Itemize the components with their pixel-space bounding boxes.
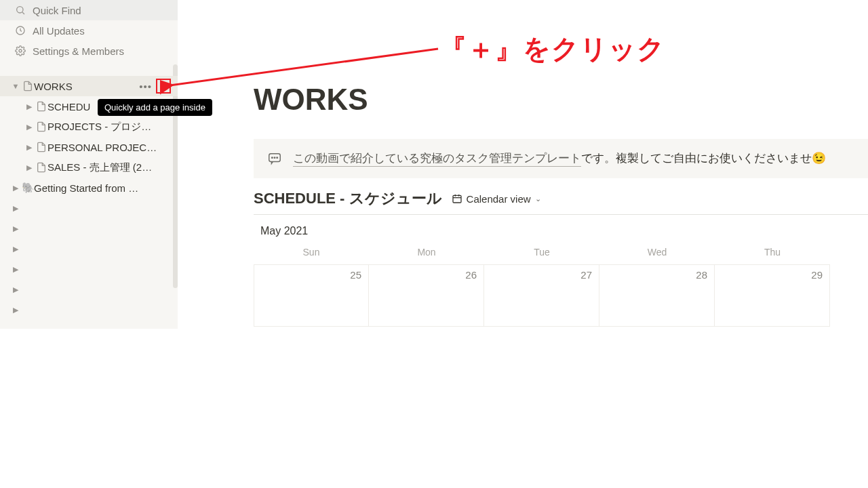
sidebar-top-links: Quick Find All Updates Settings & Member… [0, 0, 178, 61]
sidebar-item-personal-projects[interactable]: ▶ PERSONAL PROJEC… [0, 137, 178, 157]
weekday-thu: Thu [715, 247, 830, 258]
speech-icon [267, 151, 282, 166]
svg-point-0 [17, 7, 23, 13]
weekday-tue: Tue [484, 247, 599, 258]
calendar-icon [452, 193, 462, 204]
add-page-tooltip: Quickly add a page inside [98, 99, 212, 116]
view-switcher[interactable]: Calendar view ⌄ [452, 193, 541, 205]
calendar-date: 29 [811, 269, 823, 281]
calendar-date: 25 [350, 269, 361, 281]
weekday-wed: Wed [599, 247, 715, 258]
annotation-text: 『＋』をクリック [439, 30, 665, 68]
svg-line-1 [22, 12, 24, 14]
caret-down-icon[interactable]: ▼ [9, 82, 22, 90]
database-header: SCHEDULE - スケジュール Calendar view ⌄ [254, 188, 868, 215]
sidebar-item-sales[interactable]: ▶ SALES - 売上管理 (2… [0, 157, 178, 178]
callout-text: この動画で紹介している究極のタスク管理テンプレートです。複製してご自由にお使いく… [293, 150, 826, 167]
sidebar-item-works[interactable]: ▼ WORKS ••• + [0, 76, 178, 96]
all-updates[interactable]: All Updates [0, 20, 178, 41]
view-label: Calendar view [467, 193, 531, 205]
svg-rect-8 [453, 195, 461, 203]
sidebar-item-empty[interactable]: ▶. [0, 300, 178, 320]
add-page-button[interactable]: + [156, 79, 171, 94]
weekday-mon: Mon [369, 247, 484, 258]
calendar: May 2021 Sun Mon Tue Wed Thu 25 26 27 28… [254, 218, 868, 327]
calendar-body: 25 26 27 28 29 [254, 264, 868, 327]
page-icon [35, 121, 47, 132]
calendar-date: 28 [696, 269, 707, 281]
page-icon [35, 142, 47, 152]
database-title[interactable]: SCHEDULE - スケジュール [254, 188, 442, 209]
weekday-sun: Sun [254, 247, 369, 258]
caret-right-icon[interactable]: ▶ [9, 306, 22, 314]
caret-right-icon[interactable]: ▶ [9, 245, 22, 253]
search-icon [15, 5, 26, 16]
wink-emoji-icon: 😉 [812, 152, 826, 165]
caret-right-icon[interactable]: ▶ [9, 204, 22, 213]
caret-right-icon[interactable]: ▶ [9, 224, 22, 233]
caret-right-icon[interactable]: ▶ [23, 123, 35, 131]
sidebar-item-projects[interactable]: ▶ PROJECTS - プロジ… [0, 117, 178, 137]
chevron-down-icon: ⌄ [535, 195, 541, 203]
sidebar-item-empty[interactable]: ▶. [0, 218, 178, 239]
svg-point-5 [272, 157, 273, 158]
calendar-date: 26 [465, 269, 477, 281]
callout-link[interactable]: この動画で紹介している究極のタスク管理テンプレート [293, 150, 581, 167]
sidebar-item-label: SALES - 売上管理 (2… [47, 161, 171, 174]
caret-right-icon[interactable]: ▶ [23, 102, 35, 111]
sidebar-item-empty[interactable]: ▶. [0, 259, 178, 279]
caret-right-icon[interactable]: ▶ [9, 285, 22, 294]
caret-right-icon[interactable]: ▶ [9, 184, 22, 192]
settings-members[interactable]: Settings & Members [0, 41, 178, 61]
sidebar-item-label: PERSONAL PROJEC… [47, 142, 171, 153]
callout: この動画で紹介している究極のタスク管理テンプレートです。複製してご自由にお使いく… [254, 139, 868, 178]
calendar-cell[interactable]: 28 [599, 264, 715, 327]
page-title: WORKS [254, 83, 368, 117]
calendar-date: 27 [580, 269, 592, 281]
svg-point-6 [274, 157, 275, 158]
caret-right-icon[interactable]: ▶ [23, 163, 35, 172]
all-updates-label: All Updates [33, 25, 85, 37]
more-icon[interactable]: ••• [139, 81, 152, 92]
quick-find[interactable]: Quick Find [0, 0, 178, 20]
sidebar-item-empty[interactable]: ▶. [0, 198, 178, 218]
sidebar-item-empty[interactable]: ▶. [0, 239, 178, 259]
calendar-month-label: May 2021 [254, 218, 868, 237]
calendar-cell[interactable]: 26 [369, 264, 484, 327]
page-icon [35, 101, 47, 112]
settings-label: Settings & Members [33, 45, 124, 57]
sidebar-item-empty[interactable]: ▶. [0, 279, 178, 300]
svg-point-7 [277, 157, 277, 158]
caret-right-icon[interactable]: ▶ [23, 143, 35, 152]
caret-right-icon[interactable]: ▶ [9, 265, 22, 274]
gear-icon [15, 45, 26, 56]
clock-icon [15, 25, 26, 36]
calendar-cell[interactable]: 27 [484, 264, 599, 327]
page-icon [22, 81, 34, 92]
quick-find-label: Quick Find [33, 5, 81, 16]
svg-point-3 [19, 49, 22, 52]
calendar-cell[interactable]: 29 [715, 264, 830, 327]
sidebar-item-getting-started[interactable]: ▶ 🐘 Getting Started from … [0, 178, 178, 198]
sidebar-item-label: PROJECTS - プロジ… [47, 121, 171, 134]
calendar-weekday-header: Sun Mon Tue Wed Thu [254, 247, 868, 258]
emoji-icon: 🐘 [22, 182, 34, 194]
sidebar-item-label: Getting Started from … [34, 182, 171, 194]
calendar-cell[interactable]: 25 [254, 264, 369, 327]
sidebar: Quick Find All Updates Settings & Member… [0, 0, 178, 329]
page-icon [35, 162, 47, 173]
callout-tail: です。複製してご自由にお使いくださいませ [581, 152, 812, 165]
